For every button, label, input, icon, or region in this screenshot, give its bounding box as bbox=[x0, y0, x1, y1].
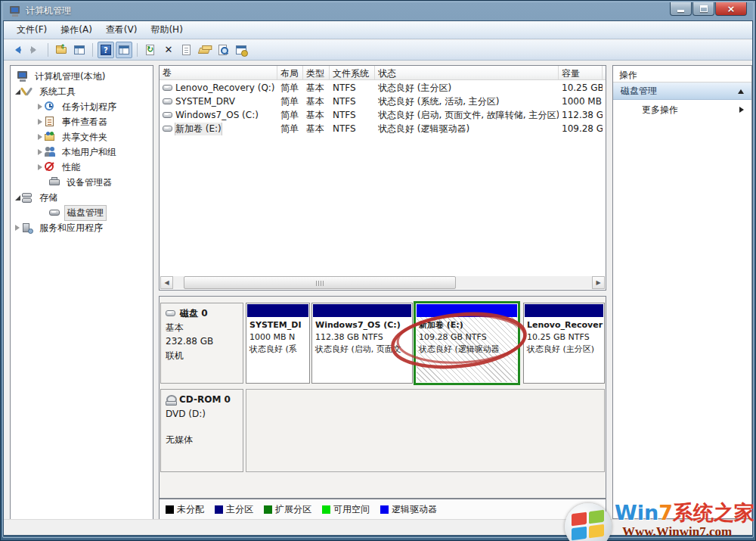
primary-partition-bar bbox=[247, 304, 308, 317]
column-header-layout[interactable]: 布局 bbox=[277, 66, 303, 79]
actions-section-disk-management[interactable]: 磁盘管理 bbox=[613, 82, 751, 100]
volume-row-lenovo-recovery[interactable]: Lenovo_Recovery (Q:) 简单 基本 NTFS 状态良好 (主分… bbox=[160, 81, 606, 95]
collapse-section-icon[interactable] bbox=[738, 89, 744, 94]
tree-item-task-scheduler[interactable]: 任务计划程序 bbox=[11, 99, 151, 114]
column-header-volume[interactable]: 卷 bbox=[160, 66, 277, 79]
volume-icon bbox=[163, 126, 172, 132]
column-header-capacity[interactable]: 容量 bbox=[559, 66, 603, 79]
tree-item-system-tools[interactable]: 系统工具 bbox=[11, 84, 151, 99]
refresh-icon bbox=[144, 44, 156, 56]
cdrom0-header[interactable]: CD-ROM 0 DVD (D:) 无媒体 bbox=[160, 389, 243, 472]
window-title: 计算机管理 bbox=[26, 5, 71, 17]
toolbar-separator bbox=[48, 43, 48, 57]
collapse-arrow-icon[interactable] bbox=[36, 162, 44, 173]
tree-item-event-viewer[interactable]: 事件查看器 bbox=[11, 114, 151, 129]
device-manager-icon bbox=[48, 176, 61, 188]
volume-row-system-drv[interactable]: SYSTEM_DRV 简单 基本 NTFS 状态良好 (系统, 活动, 主分区)… bbox=[160, 95, 606, 108]
shared-folders-icon bbox=[44, 131, 57, 143]
horizontal-scrollbar[interactable]: ◀ ▶ bbox=[160, 276, 605, 289]
help-toggle-button[interactable]: ? bbox=[98, 42, 114, 58]
computer-management-window: 计算机管理 × 文件(F) 操作(A) 查看(V) 帮助(H) ? bbox=[0, 0, 756, 541]
cdrom-empty-area[interactable] bbox=[246, 389, 605, 472]
properties-button[interactable] bbox=[178, 42, 195, 58]
collapse-arrow-icon[interactable] bbox=[14, 222, 21, 233]
client-area: 文件(F) 操作(A) 查看(V) 帮助(H) ? ✕ bbox=[3, 20, 753, 536]
menu-help[interactable]: 帮助(H) bbox=[144, 21, 189, 39]
close-button[interactable]: × bbox=[715, 2, 747, 16]
scroll-right-button[interactable]: ▶ bbox=[592, 276, 605, 289]
tree-item-performance[interactable]: 性能 bbox=[11, 160, 151, 175]
unallocated-color-swatch bbox=[166, 505, 174, 514]
back-button[interactable] bbox=[8, 42, 25, 58]
scroll-left-button[interactable]: ◀ bbox=[160, 276, 173, 289]
more-actions-item[interactable]: 更多操作 bbox=[613, 100, 751, 120]
collapse-arrow-icon[interactable] bbox=[36, 117, 44, 127]
collapse-arrow-icon[interactable] bbox=[36, 101, 44, 112]
local-users-groups-icon bbox=[44, 146, 57, 158]
help-icon: ? bbox=[100, 44, 112, 56]
snap-in-window-icon bbox=[235, 44, 247, 56]
partition-new-volume-e[interactable]: 新加卷 (E:) 109.28 GB NTFS 状态良好 (逻辑驱动器 bbox=[414, 301, 520, 385]
collapse-arrow-icon[interactable] bbox=[36, 132, 44, 142]
tree-item-device-manager[interactable]: 设备管理器 bbox=[11, 175, 151, 190]
cdrom-drive-letter: DVD (D:) bbox=[166, 407, 238, 421]
scrollbar-thumb[interactable] bbox=[184, 276, 456, 289]
partition-lenovo-recovery[interactable]: Lenovo_Recover 10.25 GB NTFS 状态良好 (主分区) bbox=[523, 303, 605, 384]
show-action-pane-icon bbox=[118, 44, 130, 56]
volume-row-windows7-os[interactable]: Windows7_OS (C:) 简单 基本 NTFS 状态良好 (启动, 页面… bbox=[160, 108, 606, 122]
menu-file[interactable]: 文件(F) bbox=[10, 21, 54, 39]
show-action-pane-button[interactable] bbox=[116, 42, 132, 58]
minimize-button[interactable] bbox=[670, 2, 692, 16]
maximize-button[interactable] bbox=[692, 2, 714, 16]
partition-windows7-os[interactable]: Windows7_OS (C:) 112.38 GB NTFS 状态良好 (启动… bbox=[311, 303, 413, 384]
title-bar[interactable]: 计算机管理 × bbox=[3, 2, 753, 20]
event-viewer-icon bbox=[44, 116, 57, 128]
disk-icon bbox=[166, 310, 175, 316]
open-button[interactable] bbox=[197, 42, 213, 58]
close-icon: × bbox=[727, 4, 736, 14]
scrollbar-track[interactable] bbox=[173, 276, 592, 289]
refresh-button[interactable] bbox=[142, 42, 159, 58]
tree-item-computer-management[interactable]: 计算机管理(本地) bbox=[11, 69, 151, 84]
logical-drive-bar bbox=[417, 304, 517, 317]
primary-partition-bar bbox=[525, 304, 603, 317]
collapse-arrow-icon[interactable] bbox=[36, 147, 44, 157]
performance-icon bbox=[44, 161, 57, 173]
legend-free-space: 可用空间 bbox=[322, 503, 370, 516]
disk0-size: 232.88 GB bbox=[166, 334, 238, 349]
menu-action[interactable]: 操作(A) bbox=[54, 21, 99, 39]
find-button[interactable] bbox=[215, 42, 231, 58]
storage-icon bbox=[21, 191, 34, 204]
primary-partition-color-swatch bbox=[215, 505, 223, 514]
up-level-button[interactable] bbox=[53, 42, 70, 58]
menu-view[interactable]: 查看(V) bbox=[99, 21, 144, 39]
windows-logo-icon bbox=[565, 503, 612, 541]
show-console-tree-button[interactable] bbox=[71, 42, 88, 58]
logical-drive-color-swatch bbox=[380, 505, 389, 514]
console-tree-panel: 计算机管理(本地) 系统工具 任务计划程序 事件查看器 共享文件夹 bbox=[10, 65, 153, 520]
back-icon bbox=[11, 44, 23, 56]
forward-button[interactable] bbox=[26, 42, 43, 58]
column-header-status[interactable]: 状态 bbox=[375, 66, 559, 79]
delete-button[interactable]: ✕ bbox=[160, 42, 177, 58]
disk0-type: 基本 bbox=[166, 321, 238, 335]
delete-icon: ✕ bbox=[163, 44, 175, 56]
tree-item-shared-folders[interactable]: 共享文件夹 bbox=[11, 129, 151, 145]
volume-row-new-volume-e[interactable]: 新加卷 (E:) 简单 基本 NTFS 状态良好 (逻辑驱动器) 109.28 … bbox=[160, 122, 606, 135]
column-header-filesystem[interactable]: 文件系统 bbox=[330, 66, 375, 79]
partition-system-drv[interactable]: SYSTEM_DI 1000 MB N 状态良好 (系 bbox=[246, 303, 310, 384]
column-header-type[interactable]: 类型 bbox=[303, 66, 330, 79]
disk0-header[interactable]: 磁盘 0 基本 232.88 GB 联机 bbox=[160, 303, 243, 384]
maximize-icon bbox=[700, 5, 708, 12]
find-icon bbox=[217, 44, 229, 56]
tree-item-disk-management[interactable]: 磁盘管理 bbox=[11, 205, 151, 220]
forward-icon bbox=[29, 44, 41, 56]
tree-item-local-users-groups[interactable]: 本地用户和组 bbox=[11, 145, 151, 160]
disk0-status: 联机 bbox=[166, 349, 238, 363]
expand-arrow-icon[interactable] bbox=[14, 192, 21, 203]
snap-in-button[interactable] bbox=[233, 42, 249, 58]
tree-item-services-applications[interactable]: 服务和应用程序 bbox=[11, 220, 151, 235]
task-scheduler-icon bbox=[44, 101, 57, 113]
properties-icon bbox=[181, 44, 193, 56]
tree-item-storage[interactable]: 存储 bbox=[11, 190, 151, 205]
